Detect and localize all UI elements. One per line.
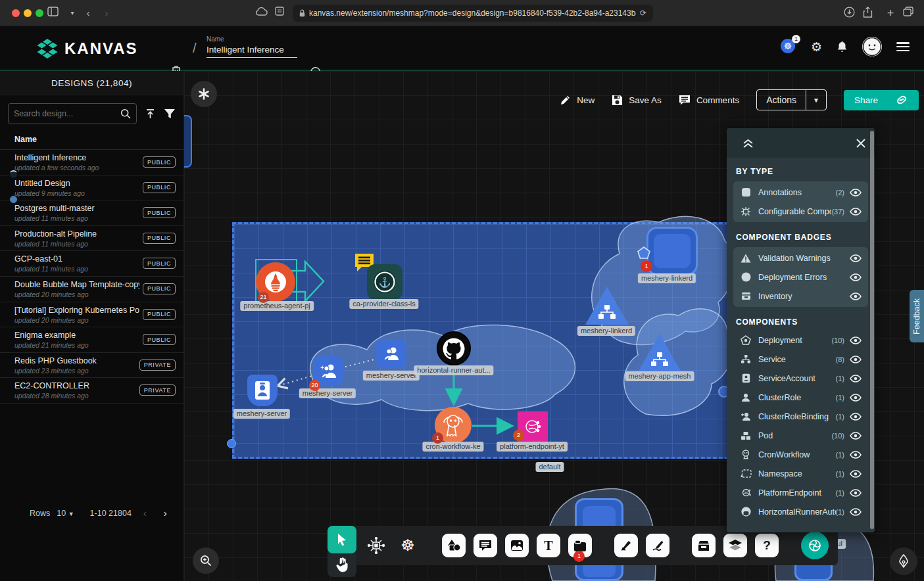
rows-per-page-select[interactable]: 10 ▼ (57, 509, 74, 518)
close-icon[interactable] (856, 139, 865, 148)
design-list-item[interactable]: Redis PHP Guestbook updated 23 minutes a… (0, 353, 183, 379)
visibility-eye-icon[interactable] (850, 451, 862, 459)
node-label[interactable]: prometheus-agent-pj (240, 301, 314, 311)
reload-icon[interactable]: ⟳ (640, 9, 646, 18)
node-label[interactable]: ca-provider-class-ls (349, 299, 418, 309)
github-runner-node[interactable] (437, 331, 471, 365)
design-list-item[interactable]: [Tutorial] Exploring Kubernetes Pod upda… (0, 302, 183, 328)
previous-page-icon[interactable]: ‹ (138, 507, 152, 519)
node-label[interactable]: meshery-linkerd (577, 326, 635, 336)
component-row-serviceaccount[interactable]: ServiceAccount (1) (733, 369, 868, 388)
design-list-item[interactable]: GCP-east-01 updated 11 minutes ago PUBLI… (0, 251, 183, 277)
shapes-tool[interactable] (442, 534, 466, 557)
freehand-draw-tool[interactable] (646, 534, 669, 557)
design-list-item[interactable]: Enigma example updated 21 minutes ago PU… (0, 327, 183, 353)
components-dock-icon[interactable] (364, 534, 388, 557)
badge-row-inventory[interactable]: Inventory (733, 287, 868, 306)
actions-button[interactable]: Actions (757, 90, 806, 110)
meshery-extension-button[interactable] (801, 532, 829, 559)
design-list-item[interactable]: Postgres multi-master updated 11 minutes… (0, 200, 183, 226)
design-list-item[interactable]: Intelligent Inference updated a few seco… (0, 150, 183, 175)
meshery-linkerd-node[interactable] (646, 227, 698, 275)
namespace-label[interactable]: default (535, 462, 564, 472)
node-label[interactable]: meshery-server (299, 388, 356, 398)
design-list-item[interactable]: Production-alt Pipeline updated 11 minut… (0, 226, 183, 252)
chevron-down-icon[interactable]: ▾ (64, 7, 80, 20)
pen-tool-button[interactable] (890, 547, 917, 575)
visibility-eye-icon[interactable] (850, 254, 862, 262)
kanvas-logo[interactable]: KANVAS (36, 37, 138, 60)
meshery-server-node[interactable] (376, 339, 406, 368)
pan-tool[interactable] (328, 553, 356, 572)
text-tool[interactable]: T (537, 534, 560, 557)
feedback-tab[interactable]: Feedback (910, 290, 924, 342)
component-row-service[interactable]: Service (8) (733, 350, 868, 369)
user-avatar[interactable] (862, 37, 882, 57)
menu-hamburger-icon[interactable] (896, 42, 910, 51)
tab-overview-icon[interactable] (903, 7, 919, 20)
component-row-namespace[interactable]: Namespace (1) (733, 464, 868, 483)
component-row-cronworkflow[interactable]: CronWorkflow (1) (733, 445, 868, 464)
panel-scrollbar[interactable] (870, 131, 874, 529)
component-row-platformendpoint[interactable]: PlatformEndpoint (1) (733, 483, 868, 502)
reader-view-icon[interactable] (275, 7, 291, 20)
visibility-eye-icon[interactable] (850, 375, 862, 383)
ca-provider-node[interactable]: ⚓ (367, 264, 402, 300)
arrow-shape[interactable] (291, 260, 325, 302)
sidebar-toggle-icon[interactable] (47, 7, 63, 20)
visibility-eye-icon[interactable] (850, 356, 862, 363)
node-label[interactable]: platform-endpoint-yt (497, 442, 568, 452)
design-name-input[interactable] (207, 43, 297, 58)
visibility-eye-icon[interactable] (850, 413, 862, 421)
search-design-input[interactable] (14, 109, 120, 118)
component-row-horizontalrunnerautoscaler[interactable]: HorizontalRunnerAutos... (1) (733, 502, 868, 521)
window-zoom-button[interactable] (36, 9, 43, 17)
visibility-eye-icon[interactable] (850, 189, 862, 197)
visibility-eye-icon[interactable] (850, 208, 862, 216)
kubernetes-tool-icon[interactable]: ☸ (396, 534, 420, 557)
image-tool[interactable] (505, 534, 529, 557)
component-row-clusterrole[interactable]: ClusterRole (1) (733, 388, 868, 407)
window-minimize-button[interactable] (24, 9, 32, 17)
visibility-eye-icon[interactable] (850, 292, 862, 300)
zoom-button[interactable] (193, 547, 219, 574)
new-button[interactable]: New (560, 95, 595, 106)
visibility-eye-icon[interactable] (850, 470, 862, 478)
kubernetes-context-button[interactable]: ☸ 1 (781, 39, 796, 55)
help-tool[interactable]: ? (755, 534, 779, 557)
address-bar[interactable]: kanvas.new/extension/meshmap?mode=design… (293, 5, 653, 22)
design-list-item[interactable]: Untitled Design updated 9 minutes ago PU… (0, 175, 183, 201)
node-label[interactable]: horizontal-runner-aut... (414, 365, 493, 375)
quick-actions-button[interactable] (191, 81, 217, 107)
node-label[interactable]: meshery-linkerd (638, 273, 696, 283)
forward-icon[interactable]: › (99, 7, 114, 20)
collapse-panel-icon[interactable] (742, 138, 754, 149)
downloads-icon[interactable] (844, 7, 860, 20)
share-button[interactable]: Share (844, 90, 919, 110)
window-close-button[interactable] (12, 9, 20, 17)
badge-row-validation-warnings[interactable]: Validation Warnings (733, 248, 868, 267)
cloud-icon[interactable] (255, 7, 271, 20)
visibility-eye-icon[interactable] (850, 394, 862, 402)
by-type-row-configurable[interactable]: Configurable Compon... (37) (733, 202, 868, 221)
node-label[interactable]: meshery-server (233, 409, 290, 419)
node-label[interactable]: meshery-app-mesh (625, 371, 694, 381)
drawer-tool[interactable] (692, 534, 716, 557)
visibility-eye-icon[interactable] (850, 508, 862, 516)
visibility-eye-icon[interactable] (850, 432, 862, 440)
comment-tool[interactable] (474, 534, 497, 557)
new-tab-icon[interactable]: + (883, 7, 898, 20)
node-label[interactable]: meshery-server (363, 371, 420, 381)
node-label[interactable]: cron-workflow-ke (422, 442, 483, 452)
layers-tool[interactable] (723, 534, 747, 557)
filter-icon[interactable] (164, 108, 176, 119)
meshery-server-node[interactable] (247, 375, 278, 406)
component-row-pod[interactable]: Pod (10) (733, 426, 868, 445)
design-list-item[interactable]: Double Bubble Map Template-copy updated … (0, 277, 183, 302)
search-design-field[interactable] (8, 103, 137, 124)
share-icon[interactable] (863, 7, 879, 20)
component-row-deployment[interactable]: Deployment (10) (733, 331, 868, 350)
save-as-button[interactable]: Save As (612, 95, 662, 106)
notifications-bell-icon[interactable] (837, 41, 848, 53)
visibility-eye-icon[interactable] (850, 337, 862, 344)
